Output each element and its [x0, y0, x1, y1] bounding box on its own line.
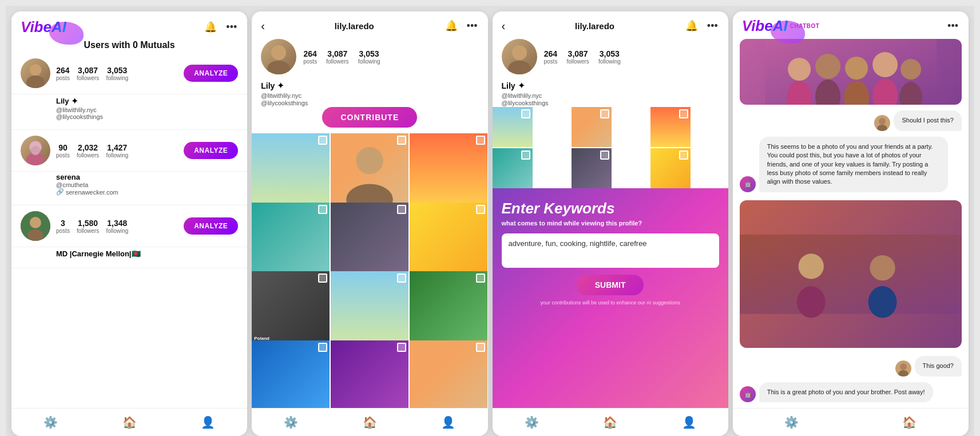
s3-photo-5[interactable] [572, 148, 612, 188]
s3-photo-3[interactable] [650, 107, 691, 147]
user2-posts-num: 90 [58, 143, 68, 152]
bell-icon[interactable]: 🔔 [203, 19, 218, 34]
contribute-button[interactable]: CONTRIBUTE [322, 107, 417, 128]
s4-home-icon[interactable]: 🏠 [902, 415, 916, 429]
s3-photo-4[interactable] [493, 148, 533, 188]
photo-checkbox-12[interactable] [476, 343, 485, 352]
user1-handle2: @lilycooksthings [56, 113, 238, 120]
photo-checkbox-6[interactable] [476, 205, 485, 214]
user1-following-stat: 3,053 following [106, 66, 128, 81]
s3-photo-checkbox-6[interactable] [679, 150, 688, 160]
screen3-username: lily.laredo [575, 21, 614, 31]
photo-checkbox-11[interactable] [397, 343, 406, 352]
svg-point-17 [788, 58, 811, 81]
back-button[interactable]: ‹ [261, 19, 265, 33]
s2-profile-icon[interactable]: 👤 [441, 415, 455, 429]
s3-photo-checkbox-3[interactable] [679, 109, 688, 118]
s2-settings-icon[interactable]: ⚙️ [284, 415, 298, 429]
photo-cell-6[interactable] [410, 203, 487, 280]
s3-photo-checkbox-5[interactable] [600, 150, 609, 160]
photo-checkbox-8[interactable] [397, 274, 406, 283]
svg-point-9 [27, 229, 43, 241]
photo-cell-4[interactable] [252, 203, 330, 280]
s3-photo-checkbox-1[interactable] [521, 109, 530, 118]
chat-bubble-4: This is a great photo of you and your br… [759, 382, 933, 402]
photo-cell-12[interactable] [410, 340, 487, 409]
screen4-more-icon[interactable]: ••• [946, 19, 959, 33]
photo-cell-10[interactable] [252, 340, 330, 409]
s3-home-icon[interactable]: 🏠 [603, 415, 617, 429]
screen3-bell-icon[interactable]: 🔔 [684, 18, 699, 33]
screen3-header-icons: 🔔 ••• [684, 18, 719, 33]
photo-checkbox-5[interactable] [397, 205, 406, 214]
s3-photo-checkbox-2[interactable] [600, 109, 609, 118]
settings-nav-icon[interactable]: ⚙️ [43, 415, 58, 429]
photo-cell-1[interactable] [252, 133, 330, 211]
screen3-handle2: @lilycooksthings [493, 100, 728, 107]
photo-cell-9[interactable] [410, 271, 487, 349]
photo-checkbox-9[interactable] [476, 274, 485, 283]
screen3-more-icon[interactable]: ••• [706, 19, 719, 33]
photo-cell-3[interactable] [410, 133, 487, 211]
screen2-followers-label: followers [326, 58, 348, 65]
photo-cell-7[interactable]: PolandDecember 2023 [252, 271, 330, 349]
svg-point-36 [900, 363, 907, 370]
photo-checkbox-7[interactable] [318, 274, 327, 283]
keyword-input-area[interactable]: adventure, fun, cooking, nightlife, care… [502, 233, 719, 268]
screen2-posts-label: posts [303, 58, 317, 65]
screen3-back-button[interactable]: ‹ [502, 19, 506, 33]
keyword-title: Enter Keywords [502, 200, 719, 217]
screen2-profile-avatar [261, 39, 296, 74]
svg-point-32 [797, 286, 826, 318]
chat-msg-4: 🤖 This is a great photo of you and your … [740, 382, 962, 402]
s3-photo-checkbox-4[interactable] [521, 150, 530, 160]
s3-photo-2[interactable] [572, 107, 612, 147]
submit-button[interactable]: SUBMIT [577, 275, 644, 295]
user-avatar-sm-2 [895, 360, 911, 376]
user1-info: Lily ✦ @litwithlily.nyc @lilycooksthings [11, 94, 247, 125]
photo-checkbox-10[interactable] [318, 343, 327, 352]
s3-photo-1[interactable] [493, 107, 533, 147]
screen-1: VibeAI 🔔 ••• Users with 0 Mutuals [11, 11, 247, 436]
user1-analyze-btn[interactable]: ANALYZE [184, 65, 238, 82]
chat-bubble-1: Should I post this? [894, 110, 962, 130]
photo-cell-8[interactable] [331, 271, 408, 349]
svg-rect-30 [740, 235, 962, 314]
chat-top-photo [740, 39, 962, 105]
screen2-bell-icon[interactable]: 🔔 [444, 18, 459, 33]
screen3-following-label: following [598, 58, 621, 65]
user3-avatar-img [21, 211, 50, 241]
screen3-posts-stat: 264 posts [544, 49, 558, 65]
user3-posts-num: 3 [61, 219, 65, 228]
photo-checkbox-1[interactable] [318, 136, 327, 145]
chat-area: Should I post this? 🤖 This seems to be a… [733, 33, 969, 408]
user2-following-stat: 1,427 following [106, 143, 128, 158]
vibeai-logo-wrapper: VibeAI [21, 19, 66, 34]
user1-followers-label: followers [77, 75, 99, 81]
svg-point-34 [868, 286, 896, 318]
screen2-following-num: 3,053 [359, 49, 379, 58]
photo-cell-2[interactable] [331, 133, 408, 211]
screen2-verified-icon: ✦ [277, 80, 284, 91]
screen2-username: lily.laredo [335, 21, 374, 31]
s3-settings-icon[interactable]: ⚙️ [525, 415, 539, 429]
svg-point-21 [900, 59, 921, 80]
profile-nav-icon[interactable]: 👤 [201, 415, 215, 429]
screen2-more-icon[interactable]: ••• [466, 19, 479, 33]
chat-text-3: This good? [923, 362, 954, 369]
photo-checkbox-3[interactable] [476, 136, 485, 145]
user2-analyze-btn[interactable]: ANALYZE [184, 142, 238, 159]
s3-photo-6[interactable] [650, 148, 691, 188]
user1-followers-num: 3,087 [78, 66, 98, 75]
more-icon[interactable]: ••• [225, 20, 238, 34]
s4-settings-icon[interactable]: ⚙️ [784, 415, 799, 429]
user3-analyze-btn[interactable]: ANALYZE [184, 217, 238, 235]
photo-cell-5[interactable] [331, 203, 408, 280]
s3-profile-icon[interactable]: 👤 [682, 415, 696, 429]
photo-checkbox-4[interactable] [318, 205, 327, 214]
home-nav-icon[interactable]: 🏠 [122, 415, 137, 429]
keyword-subtitle: what comes to mind while viewing this pr… [502, 220, 719, 227]
photo-cell-11[interactable] [331, 340, 408, 409]
screen4-header: VibeAI CHATBOT ••• [733, 11, 969, 33]
s2-home-icon[interactable]: 🏠 [363, 415, 377, 429]
